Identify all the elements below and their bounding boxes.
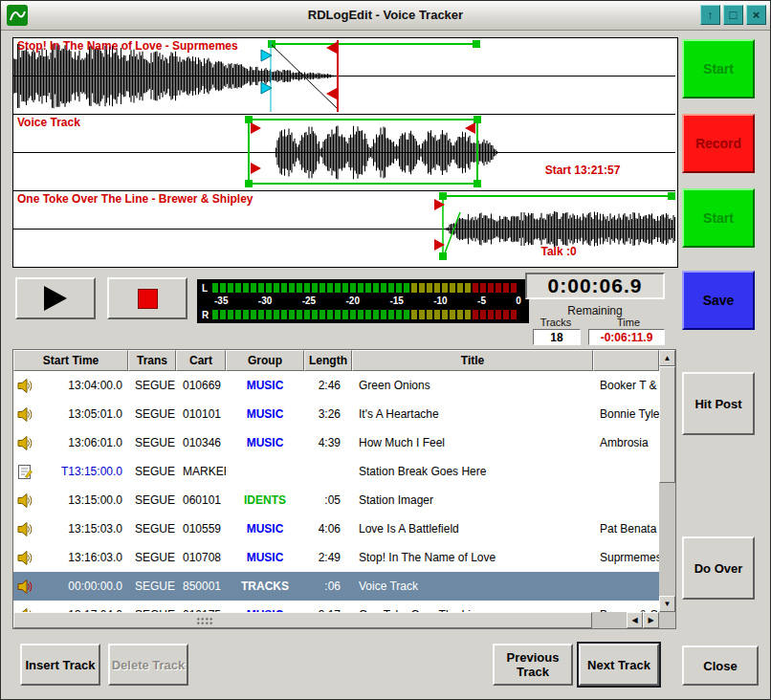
column-header[interactable]: Trans (128, 350, 176, 371)
log-row[interactable]: T13:15:00.0SEGUEMARKERStation Break Goes… (13, 457, 659, 486)
row-trans: SEGUE (128, 465, 176, 478)
hit-post-button[interactable]: Hit Post (682, 372, 755, 435)
row-trans: SEGUE (128, 379, 176, 392)
play-button[interactable] (15, 277, 96, 319)
start-track1-button[interactable]: Start (682, 39, 755, 98)
log-row[interactable]: 00:00:00.0SEGUE850001TRACKS:06Voice Trac… (13, 572, 659, 601)
shade-window-icon[interactable]: ↑ (700, 5, 720, 25)
talk-start-marker-icon[interactable] (261, 82, 272, 94)
row-length: 3:26 (304, 407, 352, 421)
row-artist: Booker T & (593, 379, 659, 392)
track-handle-icon[interactable] (268, 40, 275, 48)
track-start-marker-icon[interactable] (251, 122, 261, 134)
column-header[interactable]: Cart (176, 350, 226, 371)
time-remaining-label: Time (592, 317, 665, 328)
track-handle-icon[interactable] (245, 116, 253, 123)
fade-in-line (443, 212, 460, 258)
row-title: Green Onions (352, 379, 593, 392)
meter-scale: -35-30-25-20-15-10-50 (214, 295, 521, 307)
row-artist: Pat Benata (593, 522, 659, 536)
column-header[interactable]: Title (352, 350, 593, 371)
row-cart: 010101 (176, 407, 226, 421)
track-handle-icon[interactable] (474, 116, 481, 123)
waveform-stack: Stop! In The Name of Love - Suprmemes (12, 37, 678, 268)
right-meter-segments (212, 310, 517, 319)
log-row[interactable]: 13:04:00.0SEGUE010669MUSIC2:46Green Onio… (13, 371, 659, 400)
track-end-marker-icon[interactable] (465, 122, 475, 134)
track-handle-icon[interactable] (474, 180, 481, 187)
segue-end-marker-icon[interactable] (326, 88, 337, 99)
row-artist: Ambrosia (593, 436, 659, 449)
row-trans: SEGUE (128, 407, 176, 421)
row-group: MUSIC (226, 407, 304, 421)
row-title: Station Break Goes Here (352, 465, 593, 478)
row-start-time: T13:15:00.0 (61, 465, 122, 478)
horizontal-scroll-thumb[interactable] (13, 612, 592, 628)
speaker-icon (17, 406, 33, 423)
insert-track-button[interactable]: Insert Track (20, 644, 100, 686)
scroll-down-icon[interactable]: ▼ (659, 596, 675, 612)
scroll-up-icon[interactable]: ▲ (659, 350, 675, 366)
log-table: Start TimeTransCartGroupLengthTitle 13:0… (12, 349, 676, 629)
column-header[interactable]: Length (304, 350, 352, 371)
row-title: How Much I Feel (352, 436, 593, 449)
scroll-right-icon[interactable]: ▶ (643, 612, 659, 628)
close-button[interactable]: Close (682, 645, 759, 686)
waveform-panel-next-event[interactable]: One Toke Over The Line - Brewer & Shiple… (13, 191, 675, 267)
maximize-window-icon[interactable]: □ (723, 5, 743, 25)
column-header[interactable]: Start Time (13, 350, 128, 371)
row-start-time: 13:15:00.0 (68, 493, 122, 507)
row-group: MUSIC (226, 522, 304, 536)
close-window-icon[interactable]: × (746, 5, 766, 25)
transport-panel: L -35-30-25-20-15-10-50 R 0:00:06.9 Rema… (12, 273, 676, 347)
row-title: Voice Track (352, 580, 593, 593)
track-title: Stop! In The Name of Love - Suprmemes (17, 39, 238, 53)
track-start-marker-icon[interactable] (251, 163, 261, 174)
row-cart: MARKER (176, 465, 226, 478)
row-start-time: 13:16:03.0 (68, 551, 122, 564)
log-row[interactable]: 13:16:03.0SEGUE010708MUSIC2:49Stop! In T… (13, 543, 659, 572)
track-start-annotation: Start 13:21:57 (492, 164, 673, 177)
track-handle-icon[interactable] (439, 192, 447, 200)
record-button[interactable]: Record (682, 114, 755, 173)
row-trans: SEGUE (128, 522, 176, 536)
row-length: :05 (304, 493, 352, 507)
vertical-scroll-thumb[interactable] (659, 366, 675, 483)
log-row[interactable]: 13:15:03.0SEGUE010559MUSIC4:06Love Is A … (13, 514, 659, 543)
do-over-button[interactable]: Do Over (682, 536, 755, 600)
waveform-2-markers (13, 115, 675, 190)
log-row[interactable]: 13:17:04.0SEGUE010175MUSIC3:17One Toke O… (13, 601, 659, 612)
track-title: Voice Track (17, 116, 80, 129)
track-title: One Toke Over The Line - Brewer & Shiple… (17, 192, 253, 206)
horizontal-scrollbar[interactable]: ◀ ▶ (13, 612, 659, 628)
play-icon (44, 286, 67, 311)
track-handle-icon[interactable] (668, 192, 675, 200)
track-handle-icon[interactable] (473, 40, 480, 48)
column-header[interactable]: Group (226, 350, 304, 371)
row-title: Love Is A Battlefield (352, 522, 593, 536)
previous-track-button[interactable]: Previous Track (493, 644, 573, 686)
track-handle-icon[interactable] (245, 180, 253, 187)
start-track3-button[interactable]: Start (682, 188, 755, 248)
scroll-left-icon[interactable]: ◀ (627, 612, 643, 628)
log-row[interactable]: 13:05:01.0SEGUE010101MUSIC3:26It's A Hea… (13, 400, 659, 428)
speaker-icon (17, 550, 33, 566)
row-length: 2:46 (304, 379, 352, 392)
next-track-button[interactable]: Next Track (579, 644, 659, 686)
vertical-scrollbar[interactable]: ▲ ▼ (659, 350, 675, 612)
titlebar[interactable]: RDLogEdit - Voice Tracker ↑ □ × (1, 1, 770, 31)
waveform-panel-previous-event[interactable]: Stop! In The Name of Love - Suprmemes (13, 38, 675, 115)
column-header[interactable] (593, 350, 659, 371)
stop-button[interactable] (107, 277, 187, 319)
talk-annotation: Talk :0 (463, 245, 654, 258)
talk-start-marker-icon[interactable] (261, 50, 272, 61)
row-group: MUSIC (226, 436, 304, 449)
log-row[interactable]: 13:15:00.0SEGUE060101IDENTS:05Station Im… (13, 486, 659, 514)
row-trans: SEGUE (128, 551, 176, 564)
log-row[interactable]: 13:06:01.0SEGUE010346MUSIC4:39How Much I… (13, 428, 659, 457)
row-length: :06 (304, 580, 352, 593)
track-handle-icon[interactable] (439, 252, 447, 260)
note-icon (17, 464, 33, 480)
save-button[interactable]: Save (682, 271, 755, 330)
waveform-panel-voice-track[interactable]: Voice Track Start 13:21:57 (13, 115, 675, 191)
